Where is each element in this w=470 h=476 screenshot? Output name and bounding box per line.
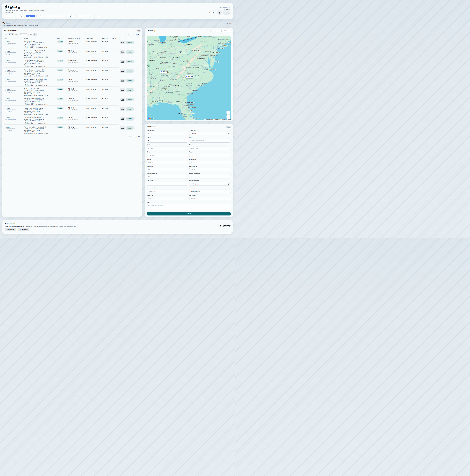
svg-text:e: e xyxy=(153,117,154,119)
svg-text:PENNSYLVANIA: PENNSYLVANIA xyxy=(197,48,207,49)
svg-text:Rapids: Rapids xyxy=(147,41,150,42)
svg-text:CAROLINA: CAROLINA xyxy=(193,76,200,78)
svg-text:Greensboro: Greensboro xyxy=(187,73,192,74)
svg-text:Marietta: Marietta xyxy=(169,84,173,85)
svg-text:MASSACHUSETTS: MASSACHUSETTS xyxy=(218,39,230,40)
svg-text:Keyboard shortcuts: Keyboard shortcuts xyxy=(205,119,213,120)
svg-text:Wilmington: Wilmington xyxy=(202,83,207,84)
svg-text:ALABAMA: ALABAMA xyxy=(161,89,167,90)
svg-text:Buffalo: Buffalo xyxy=(198,36,202,37)
svg-text:Ocean City: Ocean City xyxy=(214,61,219,62)
svg-text:Indianapolis: Indianapolis xyxy=(164,53,171,55)
svg-text:Washington: Washington xyxy=(197,58,204,59)
svg-text:Tallahassee: Tallahassee xyxy=(176,101,181,102)
svg-text:Tuscaloosa: Tuscaloosa xyxy=(162,88,167,89)
svg-text:o: o xyxy=(149,117,150,119)
svg-text:Terms: Terms xyxy=(228,119,231,120)
svg-text:Richmond: Richmond xyxy=(204,65,209,67)
svg-text:Mobile: Mobile xyxy=(160,100,163,101)
svg-text:Springfield: Springfield xyxy=(153,53,158,54)
svg-text:NEW JERSEY: NEW JERSEY xyxy=(210,55,218,56)
svg-text:Jonesboro: Jonesboro xyxy=(149,74,154,75)
svg-text:FLORIDA: FLORIDA xyxy=(183,114,189,115)
svg-text:Cleveland: Cleveland xyxy=(186,44,191,45)
svg-text:ILLINOIS: ILLINOIS xyxy=(150,51,155,52)
svg-text:Beach: Beach xyxy=(192,119,195,120)
svg-text:TENNESSEE: TENNESSEE xyxy=(160,75,168,76)
svg-text:Kalamazoo: Kalamazoo xyxy=(169,39,175,41)
svg-text:Evansville: Evansville xyxy=(161,63,166,64)
svg-text:Montgomery: Montgomery xyxy=(167,92,173,93)
svg-text:g: g xyxy=(151,117,152,119)
svg-text:MISSISSIPPI: MISSISSIPPI xyxy=(148,86,156,87)
svg-text:KENTUCKY: KENTUCKY xyxy=(168,66,175,67)
svg-text:Pensacola: Pensacola xyxy=(157,101,162,102)
svg-text:Virginia Beach: Virginia Beach xyxy=(209,69,216,70)
svg-text:Paducah: Paducah xyxy=(157,68,161,69)
svg-text:Durham: Durham xyxy=(198,73,201,74)
svg-text:NEW YORK: NEW YORK xyxy=(205,36,212,37)
svg-text:Jacksonville: Jacksonville xyxy=(186,102,194,103)
svg-text:St. Augustine: St. Augustine xyxy=(188,104,194,105)
svg-text:Pittsburgh: Pittsburgh xyxy=(193,50,199,51)
svg-text:G: G xyxy=(148,117,149,119)
svg-text:Greenville: Greenville xyxy=(183,79,188,81)
svg-text:Fort Wayne: Fort Wayne xyxy=(171,46,177,48)
svg-text:Charleston: Charleston xyxy=(193,90,198,91)
svg-text:RI: RI xyxy=(228,44,229,45)
svg-text:Memphis: Memphis xyxy=(151,78,156,79)
svg-text:Peoria: Peoria xyxy=(153,48,156,50)
svg-text:MARYLAND: MARYLAND xyxy=(201,55,209,56)
svg-text:Savannah: Savannah xyxy=(188,93,193,94)
svg-text:Map data ©2026 Google, INEGI: Map data ©2026 Google, INEGI xyxy=(214,119,228,120)
svg-text:Norfolk: Norfolk xyxy=(204,69,207,70)
svg-text:St. Louis: St. Louis xyxy=(150,59,156,61)
svg-text:Champaign: Champaign xyxy=(159,51,164,53)
svg-text:New York: New York xyxy=(218,48,224,50)
svg-text:West Palm: West Palm xyxy=(192,118,198,119)
svg-text:Knoxville: Knoxville xyxy=(176,73,181,75)
svg-text:Lexington: Lexington xyxy=(174,63,178,64)
svg-text:OHIO: OHIO xyxy=(179,51,182,52)
svg-text:SOUTH: SOUTH xyxy=(188,83,192,84)
svg-text:Louisville: Louisville xyxy=(162,61,168,63)
svg-text:Destin: Destin xyxy=(166,101,169,102)
svg-text:Provi: Provi xyxy=(229,42,231,43)
svg-text:Chattanooga: Chattanooga xyxy=(171,79,177,80)
svg-text:VIRGINIA: VIRGINIA xyxy=(193,67,199,68)
svg-text:Bloomington: Bloomington xyxy=(160,57,166,58)
svg-text:NORTH: NORTH xyxy=(195,75,199,76)
svg-text:Melbourne: Melbourne xyxy=(191,112,195,114)
svg-text:TL-00004: TL-00004 xyxy=(163,71,168,72)
svg-text:o: o xyxy=(150,117,151,119)
svg-text:Roanoke: Roanoke xyxy=(186,67,190,68)
svg-text:Columbus: Columbus xyxy=(180,52,186,54)
svg-text:Augusta: Augusta xyxy=(184,86,188,87)
svg-text:Philadelphia: Philadelphia xyxy=(213,52,220,54)
svg-text:Detroit: Detroit xyxy=(175,39,179,40)
svg-text:Huntsville: Huntsville xyxy=(160,80,165,81)
svg-text:Daytona Beach: Daytona Beach xyxy=(189,107,196,108)
svg-text:Albany: Albany xyxy=(219,37,222,39)
svg-text:New Haven: New Haven xyxy=(222,45,227,46)
svg-text:Birmingham: Birmingham xyxy=(165,86,170,87)
svg-text:Panama City: Panama City xyxy=(173,102,179,104)
svg-text:wain: wain xyxy=(147,64,150,66)
svg-text:Kissimmee: Kissimmee xyxy=(181,111,186,113)
svg-text:Forest: Forest xyxy=(147,66,151,67)
svg-text:Tampa: Tampa xyxy=(178,113,182,114)
svg-text:Orlando: Orlando xyxy=(188,110,192,112)
svg-text:Rockford: Rockford xyxy=(155,40,159,41)
svg-text:Atlanta: Atlanta xyxy=(175,85,179,86)
svg-text:Davenport: Davenport xyxy=(149,44,154,45)
svg-text:INDIANA: INDIANA xyxy=(164,51,169,52)
svg-text:Harrisburg: Harrisburg xyxy=(206,51,211,52)
svg-text:Gainesville: Gainesville xyxy=(184,105,189,106)
svg-text:Biloxi: Biloxi xyxy=(152,101,155,102)
svg-text:Fort Myers: Fort Myers xyxy=(185,119,191,120)
svg-text:Sarasota: Sarasota xyxy=(183,116,187,117)
svg-text:DELAWARE: DELAWARE xyxy=(208,58,215,60)
svg-text:Naperville: Naperville xyxy=(153,42,158,44)
svg-text:GEORGIA: GEORGIA xyxy=(175,91,181,92)
svg-text:VIRGINIA: VIRGINIA xyxy=(183,61,189,62)
